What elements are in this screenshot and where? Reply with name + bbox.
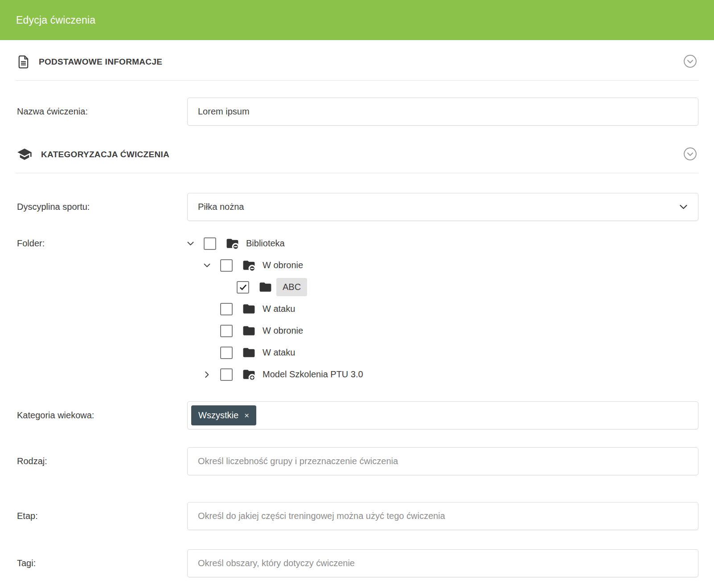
stage-field-row: Etap: [16,502,698,530]
tree-checkbox[interactable] [220,325,233,337]
graduation-cap-icon [17,148,32,161]
tree-row: ABC [187,276,698,298]
section-title-basic: PODSTAWOWE INFORMACJE [39,57,162,67]
name-label: Nazwa ćwiczenia: [16,106,187,117]
tree-item-label[interactable]: W ataku [263,347,295,358]
content: PODSTAWOWE INFORMACJE Nazwa ćwiczenia: K… [0,40,714,577]
tree-checkbox[interactable] [220,259,233,272]
tree-item-label[interactable]: W ataku [263,304,295,314]
folder-minus-icon [242,258,256,272]
app-header: Edycja ćwiczenia [0,0,714,40]
age-category-label: Kategoria wiekowa: [16,410,187,421]
collapse-basic-button[interactable] [683,54,697,69]
folder-plus-icon [242,368,256,381]
tree-item-label[interactable]: W obronie [263,326,303,336]
folder-icon [242,324,256,338]
page-title: Edycja ćwiczenia [16,14,95,26]
kind-input[interactable] [187,447,698,475]
collapse-categorization-button[interactable] [683,147,697,162]
folder-icon [242,346,256,359]
chevron-down-icon [680,204,687,209]
tree-row: Model Szkolenia PTU 3.0 [187,363,698,385]
age-category-field-row: Kategoria wiekowa: Wszystkie × [16,401,698,429]
section-title-categorization: KATEGORYZACJA ĆWICZENIA [41,150,169,159]
kind-label: Rodzaj: [16,456,187,466]
discipline-label: Dyscyplina sportu: [16,202,187,212]
discipline-selected-value: Piłka nożna [198,202,244,212]
tree-item-label[interactable]: Biblioteka [246,238,285,249]
tree-checkbox[interactable] [204,237,216,250]
discipline-field-row: Dyscyplina sportu: Piłka nożna [16,193,698,221]
folder-icon [242,302,256,316]
chevron-down-circle-icon [683,147,697,162]
tags-label: Tagi: [16,558,187,568]
tree-item-label[interactable]: W obronie [263,260,303,270]
tree-expander[interactable] [187,241,204,246]
tree-row: W ataku [187,298,698,320]
tree-expander[interactable] [204,263,220,268]
section-header-categorization[interactable]: KATEGORYZACJA ĆWICZENIA [16,133,698,173]
tree-expander[interactable] [204,372,220,377]
tree-checkbox[interactable] [220,303,233,315]
document-icon [17,55,30,69]
chevron-down-icon [204,263,210,268]
folder-label: Folder: [16,233,187,254]
section-header-basic[interactable]: PODSTAWOWE INFORMACJE [16,40,698,81]
folder-field-row: Folder: Biblioteka W obronie [16,233,698,385]
tags-field-row: Tagi: [16,549,698,577]
stage-label: Etap: [16,511,187,521]
chevron-right-icon [205,371,209,378]
name-field-row: Nazwa ćwiczenia: [16,98,698,126]
tree-row: W ataku [187,342,698,363]
chip-label: Wszystkie [198,410,238,421]
folder-minus-icon [226,237,239,250]
tree-item-label[interactable]: ABC [276,278,307,296]
tree-item-label[interactable]: Model Szkolenia PTU 3.0 [263,369,363,380]
age-category-multiselect[interactable]: Wszystkie × [187,401,698,429]
folder-tree: Biblioteka W obronie ABC W ata [187,233,698,385]
name-input[interactable] [187,98,698,126]
folder-icon [259,280,272,294]
tree-row: W obronie [187,254,698,276]
tags-input[interactable] [187,549,698,577]
tree-row: W obronie [187,320,698,342]
tree-checkbox[interactable] [237,281,249,294]
chip-remove-button[interactable]: × [244,411,249,420]
tree-checkbox[interactable] [220,347,233,359]
stage-input[interactable] [187,502,698,530]
chevron-down-circle-icon [683,54,697,69]
tree-row: Biblioteka [187,233,698,254]
kind-field-row: Rodzaj: [16,447,698,475]
tree-checkbox[interactable] [220,368,233,381]
selected-chip: Wszystkie × [191,405,256,425]
discipline-select[interactable]: Piłka nożna [187,193,698,221]
chevron-down-icon [187,241,194,246]
